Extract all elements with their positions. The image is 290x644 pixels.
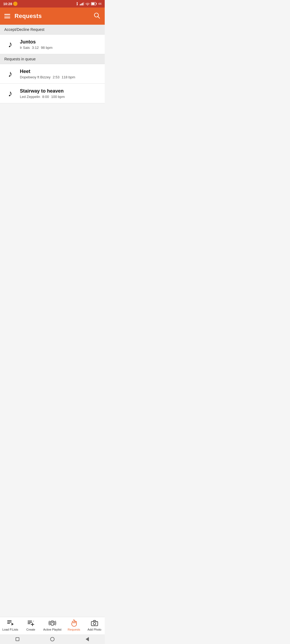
search-button[interactable] — [93, 12, 100, 20]
accept-decline-header: Accept/Decline Request — [0, 25, 105, 35]
song-artist-heet: Dopebwoy ft Bizzey — [20, 75, 50, 79]
queue-label: Requests in queue — [4, 57, 36, 61]
song-title-juntos: Juntos — [20, 39, 53, 45]
song-info-stairway: Stairway to heaven Led Zeppelin 8:00 100… — [20, 88, 65, 99]
main-content: Accept/Decline Request ♪ Juntos Ir Sais … — [0, 25, 105, 224]
bluetooth-icon — [75, 2, 78, 6]
svg-rect-1 — [81, 4, 81, 5]
page-title: Requests — [15, 13, 42, 20]
time-display: 10:28 — [3, 2, 12, 6]
queue-header: Requests in queue — [0, 54, 105, 64]
svg-rect-6 — [96, 3, 97, 5]
song-meta-stairway: Led Zeppelin 8:00 100 bpm — [20, 95, 65, 99]
status-icons-area: 44 — [75, 2, 102, 6]
song-title-heet: Heet — [20, 69, 75, 74]
song-item-stairway[interactable]: ♪ Stairway to heaven Led Zeppelin 8:00 1… — [0, 84, 105, 103]
battery-icon — [91, 2, 97, 5]
song-bpm-stairway: 100 bpm — [51, 95, 65, 99]
song-meta-heet: Dopebwoy ft Bizzey 2:53 118 bpm — [20, 75, 75, 79]
wifi-icon — [85, 2, 90, 5]
song-duration-heet: 2:53 — [53, 75, 59, 79]
svg-rect-0 — [80, 4, 81, 5]
song-title-stairway: Stairway to heaven — [20, 88, 65, 94]
song-bpm-heet: 118 bpm — [61, 75, 75, 79]
status-time-area: 10:28 — [3, 2, 17, 6]
app-bar-left: Requests — [4, 13, 42, 20]
song-artist-stairway: Led Zeppelin — [20, 95, 40, 99]
music-note-icon-heet: ♪ — [8, 69, 12, 78]
music-note-icon: ♪ — [8, 40, 12, 49]
song-artist-juntos: Ir Sais — [20, 46, 30, 50]
svg-line-9 — [98, 17, 100, 19]
menu-button[interactable] — [4, 14, 10, 18]
signal-icon — [80, 2, 84, 5]
accept-decline-label: Accept/Decline Request — [4, 27, 44, 32]
music-note-icon-stairway: ♪ — [8, 89, 12, 98]
song-item-juntos[interactable]: ♪ Juntos Ir Sais 3:12 98 bpm — [0, 35, 105, 54]
app-bar: Requests — [0, 8, 105, 25]
song-item-heet[interactable]: ♪ Heet Dopebwoy ft Bizzey 2:53 118 bpm — [0, 64, 105, 84]
song-duration-juntos: 3:12 — [32, 46, 39, 50]
music-icon-heet: ♪ — [4, 68, 16, 80]
svg-rect-4 — [84, 2, 84, 5]
empty-content-area — [0, 103, 105, 197]
svg-rect-2 — [82, 3, 82, 5]
song-bpm-juntos: 98 bpm — [41, 46, 52, 50]
search-icon — [93, 12, 100, 19]
svg-rect-7 — [92, 3, 95, 5]
music-icon-stairway: ♪ — [4, 87, 16, 99]
song-meta-juntos: Ir Sais 3:12 98 bpm — [20, 46, 53, 50]
status-bar: 10:28 44 — [0, 0, 105, 8]
battery-level: 44 — [98, 2, 102, 5]
song-duration-stairway: 8:00 — [42, 95, 49, 99]
svg-rect-3 — [82, 3, 83, 5]
song-info-juntos: Juntos Ir Sais 3:12 98 bpm — [20, 39, 53, 50]
song-info-heet: Heet Dopebwoy ft Bizzey 2:53 118 bpm — [20, 69, 75, 79]
music-icon-juntos: ♪ — [4, 38, 16, 50]
notification-icon — [13, 2, 17, 6]
